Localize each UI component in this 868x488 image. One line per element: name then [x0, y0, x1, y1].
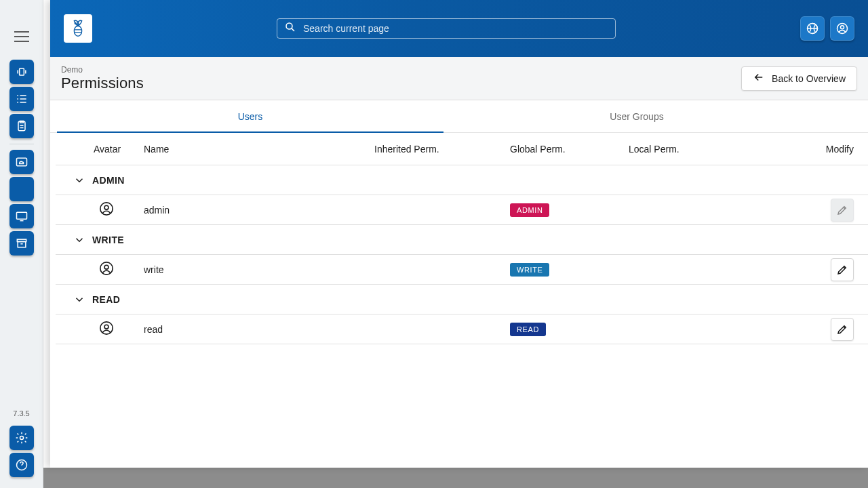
permissions-table: Avatar Name Inherited Perm. Global Perm.…	[50, 133, 868, 468]
edit-button	[831, 199, 854, 222]
svg-point-27	[100, 322, 113, 334]
search-icon	[284, 21, 296, 36]
svg-point-26	[104, 265, 108, 269]
chevron-down-icon	[73, 293, 85, 306]
search-box[interactable]	[277, 18, 616, 39]
nav-list-icon[interactable]	[9, 87, 34, 111]
perm-chip: READ	[510, 323, 546, 336]
tab-user-groups[interactable]: User Groups	[443, 100, 830, 132]
nav-cloud-icon[interactable]	[9, 150, 34, 174]
cell-name: write	[144, 264, 374, 275]
col-modify: Modify	[805, 144, 859, 155]
main-panel: Demo Permissions Back to Overview Users …	[50, 0, 868, 468]
arrow-left-icon	[753, 71, 765, 85]
svg-point-19	[286, 23, 292, 29]
svg-point-28	[104, 325, 108, 329]
cell-global: READ	[510, 323, 629, 336]
col-avatar: Avatar	[56, 144, 144, 155]
edit-button[interactable]	[831, 258, 854, 281]
svg-point-25	[100, 262, 113, 274]
nav-settings-icon[interactable]	[9, 426, 34, 450]
top-bar	[50, 0, 868, 57]
table-row: read READ	[56, 314, 868, 344]
back-button[interactable]: Back to Overview	[741, 66, 857, 91]
logo[interactable]	[64, 14, 92, 43]
perm-chip: WRITE	[510, 263, 549, 277]
page-title: Permissions	[61, 75, 144, 92]
rail-divider	[9, 144, 34, 144]
chevron-down-icon	[73, 174, 85, 186]
group-label: READ	[92, 294, 120, 305]
svg-point-11	[24, 192, 26, 194]
user-icon	[99, 207, 114, 218]
svg-rect-14	[18, 242, 26, 247]
tab-users[interactable]: Users	[57, 100, 443, 132]
nav-rail: 7.3.5	[0, 0, 43, 488]
table-header-row: Avatar Name Inherited Perm. Global Perm.…	[56, 133, 868, 165]
chevron-down-icon	[73, 234, 85, 246]
tabs: Users User Groups	[50, 100, 868, 133]
svg-point-6	[17, 188, 19, 190]
svg-point-5	[24, 185, 26, 187]
col-global: Global Perm.	[510, 144, 629, 155]
edit-button[interactable]	[831, 318, 854, 341]
svg-point-9	[17, 192, 19, 194]
table-row: write WRITE	[56, 255, 868, 285]
col-local: Local Perm.	[629, 144, 805, 155]
svg-point-3	[17, 185, 19, 187]
nav-clipboard-icon[interactable]	[9, 114, 34, 138]
group-row[interactable]: WRITE	[56, 225, 868, 255]
col-inherited: Inherited Perm.	[374, 144, 510, 155]
svg-point-8	[24, 188, 26, 190]
svg-point-10	[20, 192, 22, 194]
group-row[interactable]: READ	[56, 285, 868, 314]
nav-archive-icon[interactable]	[9, 231, 34, 256]
version-label: 7.3.5	[13, 409, 29, 418]
nav-deploy-icon[interactable]	[9, 60, 34, 84]
svg-rect-12	[16, 212, 26, 219]
cell-name: read	[144, 324, 374, 335]
search-input[interactable]	[303, 23, 608, 34]
theme-button[interactable]	[800, 16, 825, 41]
user-icon	[99, 327, 114, 338]
col-name: Name	[144, 144, 374, 155]
nav-apps-icon[interactable]	[9, 177, 34, 201]
nav-monitor-icon[interactable]	[9, 204, 34, 228]
breadcrumb[interactable]: Demo	[61, 65, 144, 75]
cell-name: admin	[144, 205, 374, 216]
table-row: admin ADMIN	[56, 195, 868, 225]
svg-point-22	[841, 26, 844, 29]
page-header: Demo Permissions Back to Overview	[50, 57, 868, 100]
svg-point-24	[104, 205, 108, 209]
perm-chip: ADMIN	[510, 203, 549, 217]
svg-point-15	[20, 436, 23, 440]
svg-rect-0	[19, 68, 24, 75]
group-row[interactable]: ADMIN	[56, 165, 868, 195]
svg-point-4	[20, 185, 22, 187]
account-button[interactable]	[830, 16, 854, 41]
svg-point-17	[74, 26, 81, 36]
user-icon	[99, 267, 114, 278]
cell-global: ADMIN	[510, 203, 629, 217]
group-label: ADMIN	[92, 175, 125, 186]
hamburger-button[interactable]	[14, 31, 29, 42]
svg-point-7	[20, 188, 22, 190]
group-label: WRITE	[92, 235, 124, 245]
back-button-label: Back to Overview	[772, 73, 846, 84]
nav-help-icon[interactable]	[9, 453, 34, 477]
svg-point-23	[100, 203, 113, 215]
cell-global: WRITE	[510, 263, 629, 277]
